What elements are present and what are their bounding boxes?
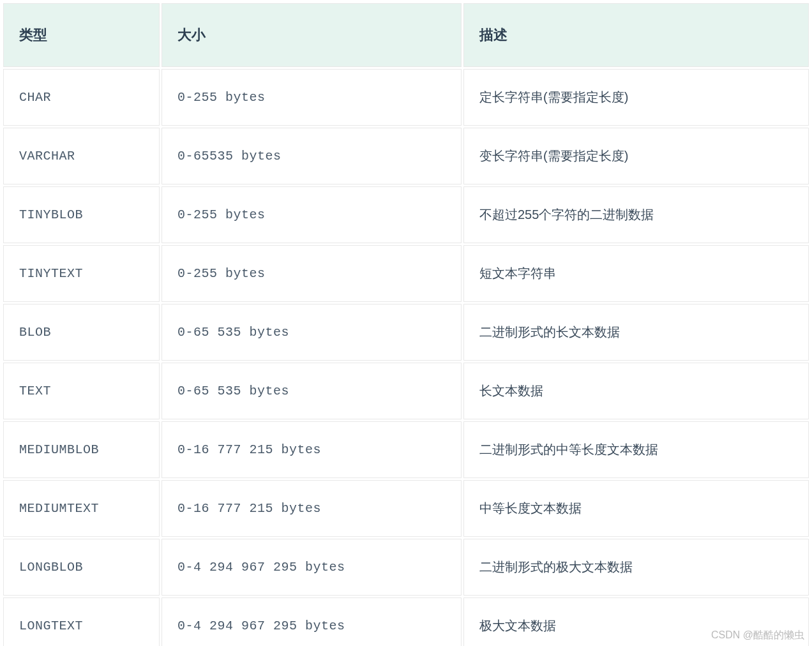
cell-type: LONGTEXT xyxy=(3,597,160,646)
cell-description: 极大文本数据 xyxy=(463,597,809,646)
cell-description: 变长字符串(需要指定长度) xyxy=(463,128,809,184)
cell-type: TEXT xyxy=(3,363,160,419)
cell-type: LONGBLOB xyxy=(3,539,160,596)
cell-size: 0-255 bytes xyxy=(162,69,462,126)
cell-type: TINYTEXT xyxy=(3,245,160,302)
cell-size: 0-16 777 215 bytes xyxy=(162,421,462,478)
table-row: MEDIUMTEXT 0-16 777 215 bytes 中等长度文本数据 xyxy=(3,480,809,537)
cell-description: 二进制形式的极大文本数据 xyxy=(463,539,809,596)
cell-type: VARCHAR xyxy=(3,128,160,184)
cell-type: CHAR xyxy=(3,69,160,126)
table-row: LONGTEXT 0-4 294 967 295 bytes 极大文本数据 xyxy=(3,597,809,646)
cell-description: 中等长度文本数据 xyxy=(463,480,809,537)
table-row: TINYTEXT 0-255 bytes 短文本字符串 xyxy=(3,245,809,302)
cell-type: MEDIUMTEXT xyxy=(3,480,160,537)
table-row: TINYBLOB 0-255 bytes 不超过255个字符的二进制数据 xyxy=(3,186,809,243)
header-size: 大小 xyxy=(162,3,462,67)
cell-description: 不超过255个字符的二进制数据 xyxy=(463,186,809,243)
cell-type: BLOB xyxy=(3,304,160,361)
cell-description: 二进制形式的中等长度文本数据 xyxy=(463,421,809,478)
cell-size: 0-4 294 967 295 bytes xyxy=(162,597,462,646)
cell-size: 0-255 bytes xyxy=(162,186,462,243)
table-row: CHAR 0-255 bytes 定长字符串(需要指定长度) xyxy=(3,69,809,126)
cell-description: 短文本字符串 xyxy=(463,245,809,302)
table-row: MEDIUMBLOB 0-16 777 215 bytes 二进制形式的中等长度… xyxy=(3,421,809,478)
cell-description: 二进制形式的长文本数据 xyxy=(463,304,809,361)
table-row: BLOB 0-65 535 bytes 二进制形式的长文本数据 xyxy=(3,304,809,361)
table-row: VARCHAR 0-65535 bytes 变长字符串(需要指定长度) xyxy=(3,128,809,184)
table-row: LONGBLOB 0-4 294 967 295 bytes 二进制形式的极大文… xyxy=(3,539,809,596)
header-type: 类型 xyxy=(3,3,160,67)
data-types-table: 类型 大小 描述 CHAR 0-255 bytes 定长字符串(需要指定长度) … xyxy=(1,1,811,646)
table-header-row: 类型 大小 描述 xyxy=(3,3,809,67)
cell-type: MEDIUMBLOB xyxy=(3,421,160,478)
table-row: TEXT 0-65 535 bytes 长文本数据 xyxy=(3,363,809,419)
cell-size: 0-65535 bytes xyxy=(162,128,462,184)
cell-size: 0-65 535 bytes xyxy=(162,304,462,361)
cell-description: 定长字符串(需要指定长度) xyxy=(463,69,809,126)
cell-type: TINYBLOB xyxy=(3,186,160,243)
cell-size: 0-255 bytes xyxy=(162,245,462,302)
table-body: CHAR 0-255 bytes 定长字符串(需要指定长度) VARCHAR 0… xyxy=(3,69,809,646)
cell-description: 长文本数据 xyxy=(463,363,809,419)
cell-size: 0-65 535 bytes xyxy=(162,363,462,419)
cell-size: 0-16 777 215 bytes xyxy=(162,480,462,537)
cell-size: 0-4 294 967 295 bytes xyxy=(162,539,462,596)
header-description: 描述 xyxy=(463,3,809,67)
